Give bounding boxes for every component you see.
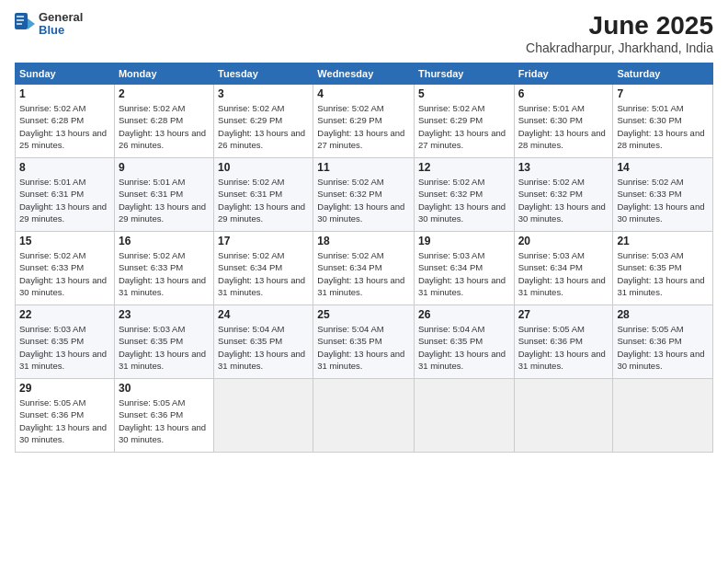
day-number: 27 xyxy=(518,308,609,321)
svg-rect-2 xyxy=(17,16,24,17)
day-detail: Sunrise: 5:02 AMSunset: 6:28 PMDaylight:… xyxy=(119,103,206,150)
col-tuesday: Tuesday xyxy=(214,63,313,85)
calendar-cell: 19 Sunrise: 5:03 AMSunset: 6:34 PMDaylig… xyxy=(414,232,514,305)
calendar-cell: 8 Sunrise: 5:01 AMSunset: 6:31 PMDayligh… xyxy=(16,158,115,232)
day-number: 21 xyxy=(617,235,709,247)
day-detail: Sunrise: 5:03 AMSunset: 6:34 PMDaylight:… xyxy=(518,250,606,297)
day-number: 24 xyxy=(218,308,309,321)
day-number: 1 xyxy=(19,87,110,100)
day-detail: Sunrise: 5:02 AMSunset: 6:33 PMDaylight:… xyxy=(119,250,206,297)
day-detail: Sunrise: 5:02 AMSunset: 6:29 PMDaylight:… xyxy=(218,103,305,150)
logo-icon xyxy=(15,11,35,37)
day-detail: Sunrise: 5:01 AMSunset: 6:31 PMDaylight:… xyxy=(119,177,206,224)
day-number: 6 xyxy=(518,87,609,100)
page: General Blue June 2025 Chakradharpur, Jh… xyxy=(0,0,728,563)
col-wednesday: Wednesday xyxy=(313,63,415,85)
day-number: 18 xyxy=(317,235,410,247)
col-friday: Friday xyxy=(514,63,613,85)
calendar-cell: 16 Sunrise: 5:02 AMSunset: 6:33 PMDaylig… xyxy=(114,232,213,305)
calendar-cell: 9 Sunrise: 5:01 AMSunset: 6:31 PMDayligh… xyxy=(114,158,213,232)
calendar-cell: 4 Sunrise: 5:02 AMSunset: 6:29 PMDayligh… xyxy=(313,85,415,158)
day-detail: Sunrise: 5:02 AMSunset: 6:29 PMDaylight:… xyxy=(317,103,404,150)
svg-rect-3 xyxy=(17,19,24,21)
day-number: 28 xyxy=(617,308,709,321)
calendar-cell: 22 Sunrise: 5:03 AMSunset: 6:35 PMDaylig… xyxy=(16,305,115,379)
day-detail: Sunrise: 5:02 AMSunset: 6:32 PMDaylight:… xyxy=(418,177,506,224)
header-row: Sunday Monday Tuesday Wednesday Thursday… xyxy=(16,63,713,85)
calendar-cell: 13 Sunrise: 5:02 AMSunset: 6:32 PMDaylig… xyxy=(514,158,613,232)
day-detail: Sunrise: 5:05 AMSunset: 6:36 PMDaylight:… xyxy=(19,397,107,444)
day-detail: Sunrise: 5:01 AMSunset: 6:30 PMDaylight:… xyxy=(518,103,606,150)
day-detail: Sunrise: 5:05 AMSunset: 6:36 PMDaylight:… xyxy=(119,397,206,444)
day-number: 20 xyxy=(518,235,609,247)
day-detail: Sunrise: 5:02 AMSunset: 6:31 PMDaylight:… xyxy=(218,177,305,224)
col-saturday: Saturday xyxy=(613,63,713,85)
day-number: 15 xyxy=(19,235,110,247)
day-detail: Sunrise: 5:04 AMSunset: 6:35 PMDaylight:… xyxy=(218,324,305,371)
calendar-cell: 15 Sunrise: 5:02 AMSunset: 6:33 PMDaylig… xyxy=(16,232,115,305)
day-number: 12 xyxy=(418,161,510,174)
day-detail: Sunrise: 5:04 AMSunset: 6:35 PMDaylight:… xyxy=(317,324,404,371)
day-number: 3 xyxy=(218,87,309,100)
calendar-cell: 10 Sunrise: 5:02 AMSunset: 6:31 PMDaylig… xyxy=(214,158,313,232)
day-detail: Sunrise: 5:02 AMSunset: 6:33 PMDaylight:… xyxy=(617,177,704,224)
day-number: 5 xyxy=(418,87,510,100)
day-detail: Sunrise: 5:03 AMSunset: 6:35 PMDaylight:… xyxy=(617,250,704,297)
calendar-cell: 14 Sunrise: 5:02 AMSunset: 6:33 PMDaylig… xyxy=(613,158,713,232)
calendar-cell: 28 Sunrise: 5:05 AMSunset: 6:36 PMDaylig… xyxy=(613,305,713,379)
day-number: 9 xyxy=(119,161,210,174)
calendar-cell xyxy=(514,379,613,453)
day-number: 19 xyxy=(418,235,510,247)
day-detail: Sunrise: 5:02 AMSunset: 6:33 PMDaylight:… xyxy=(19,250,107,297)
calendar-cell: 12 Sunrise: 5:02 AMSunset: 6:32 PMDaylig… xyxy=(414,158,514,232)
day-number: 14 xyxy=(617,161,709,174)
day-number: 23 xyxy=(119,308,210,321)
day-detail: Sunrise: 5:02 AMSunset: 6:34 PMDaylight:… xyxy=(218,250,305,297)
col-sunday: Sunday xyxy=(16,63,115,85)
calendar-cell: 2 Sunrise: 5:02 AMSunset: 6:28 PMDayligh… xyxy=(114,85,213,158)
calendar-table: Sunday Monday Tuesday Wednesday Thursday… xyxy=(15,63,713,453)
day-number: 22 xyxy=(19,308,110,321)
day-detail: Sunrise: 5:01 AMSunset: 6:30 PMDaylight:… xyxy=(617,103,704,150)
calendar-cell: 6 Sunrise: 5:01 AMSunset: 6:30 PMDayligh… xyxy=(514,85,613,158)
header: General Blue June 2025 Chakradharpur, Jh… xyxy=(15,11,713,55)
day-detail: Sunrise: 5:01 AMSunset: 6:31 PMDaylight:… xyxy=(19,177,107,224)
calendar-cell: 21 Sunrise: 5:03 AMSunset: 6:35 PMDaylig… xyxy=(613,232,713,305)
day-detail: Sunrise: 5:02 AMSunset: 6:32 PMDaylight:… xyxy=(317,177,404,224)
day-number: 2 xyxy=(119,87,210,100)
calendar-cell: 17 Sunrise: 5:02 AMSunset: 6:34 PMDaylig… xyxy=(214,232,313,305)
calendar-cell: 20 Sunrise: 5:03 AMSunset: 6:34 PMDaylig… xyxy=(514,232,613,305)
calendar-body: 1 Sunrise: 5:02 AMSunset: 6:28 PMDayligh… xyxy=(16,85,713,453)
calendar-cell: 3 Sunrise: 5:02 AMSunset: 6:29 PMDayligh… xyxy=(214,85,313,158)
calendar-cell: 23 Sunrise: 5:03 AMSunset: 6:35 PMDaylig… xyxy=(114,305,213,379)
calendar-cell xyxy=(613,379,713,453)
logo-text: General Blue xyxy=(39,11,83,38)
day-detail: Sunrise: 5:02 AMSunset: 6:28 PMDaylight:… xyxy=(19,103,107,150)
calendar-cell: 30 Sunrise: 5:05 AMSunset: 6:36 PMDaylig… xyxy=(114,379,213,453)
day-number: 29 xyxy=(19,382,110,395)
day-detail: Sunrise: 5:02 AMSunset: 6:34 PMDaylight:… xyxy=(317,250,404,297)
calendar-cell: 5 Sunrise: 5:02 AMSunset: 6:29 PMDayligh… xyxy=(414,85,514,158)
svg-marker-1 xyxy=(28,18,35,29)
col-monday: Monday xyxy=(114,63,213,85)
day-number: 10 xyxy=(218,161,309,174)
logo: General Blue xyxy=(15,11,83,38)
calendar-cell: 1 Sunrise: 5:02 AMSunset: 6:28 PMDayligh… xyxy=(16,85,115,158)
day-detail: Sunrise: 5:05 AMSunset: 6:36 PMDaylight:… xyxy=(617,324,704,371)
day-number: 30 xyxy=(119,382,210,395)
day-number: 25 xyxy=(317,308,410,321)
calendar-cell xyxy=(214,379,313,453)
day-detail: Sunrise: 5:03 AMSunset: 6:35 PMDaylight:… xyxy=(119,324,206,371)
calendar-cell xyxy=(313,379,415,453)
calendar-cell: 7 Sunrise: 5:01 AMSunset: 6:30 PMDayligh… xyxy=(613,85,713,158)
calendar-title: June 2025 xyxy=(526,11,713,40)
calendar-cell xyxy=(414,379,514,453)
day-number: 7 xyxy=(617,87,709,100)
calendar-cell: 26 Sunrise: 5:04 AMSunset: 6:35 PMDaylig… xyxy=(414,305,514,379)
day-number: 16 xyxy=(119,235,210,247)
calendar-header: Sunday Monday Tuesday Wednesday Thursday… xyxy=(16,63,713,85)
calendar-cell: 11 Sunrise: 5:02 AMSunset: 6:32 PMDaylig… xyxy=(313,158,415,232)
day-detail: Sunrise: 5:02 AMSunset: 6:29 PMDaylight:… xyxy=(418,103,506,150)
logo-general-text: General xyxy=(39,11,83,24)
calendar-cell: 24 Sunrise: 5:04 AMSunset: 6:35 PMDaylig… xyxy=(214,305,313,379)
